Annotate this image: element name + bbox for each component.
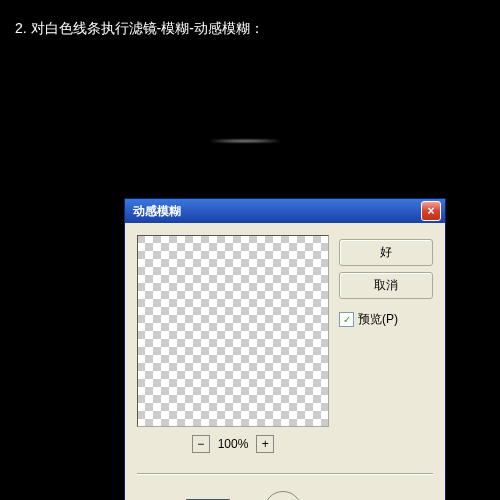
titlebar[interactable]: 动感模糊 × — [125, 199, 445, 223]
instruction-text: 2. 对白色线条执行滤镜-模糊-动感模糊： — [0, 0, 500, 58]
close-icon: × — [427, 204, 434, 218]
motion-blur-dialog: 动感模糊 × − 100% + 好 取消 ✓ 预览(P) 角度(A): 度 — [124, 198, 446, 500]
motion-blur-preview-line — [210, 140, 280, 142]
zoom-in-button[interactable]: + — [256, 435, 274, 453]
cancel-button[interactable]: 取消 — [339, 272, 433, 299]
close-button[interactable]: × — [421, 201, 441, 221]
zoom-percent: 100% — [218, 437, 249, 451]
divider — [137, 473, 433, 475]
angle-dial[interactable] — [264, 491, 302, 500]
preview-area[interactable] — [137, 235, 329, 427]
preview-checkbox[interactable]: ✓ — [339, 312, 354, 327]
ok-button[interactable]: 好 — [339, 239, 433, 266]
dialog-title: 动感模糊 — [129, 203, 421, 220]
zoom-out-button[interactable]: − — [192, 435, 210, 453]
preview-label: 预览(P) — [358, 311, 398, 328]
